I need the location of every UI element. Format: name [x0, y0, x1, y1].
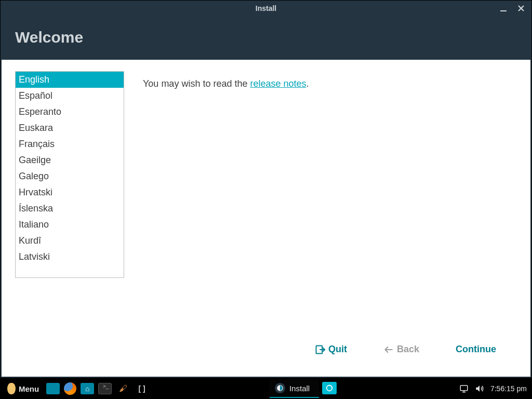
taskbar: Menu ⌂ >_ 🖌 [ ] Install 7:56:15 pm: [0, 378, 532, 399]
back-button[interactable]: Back: [383, 344, 419, 355]
language-item[interactable]: Gaeilge: [16, 152, 124, 168]
info-suffix: .: [307, 78, 309, 89]
back-arrow-icon: [383, 344, 394, 355]
menu-label: Menu: [19, 384, 39, 393]
language-item[interactable]: Español: [16, 88, 124, 104]
volume-icon[interactable]: [475, 384, 484, 393]
language-item[interactable]: Italiano: [16, 217, 124, 233]
info-text: You may wish to read the release notes.: [143, 71, 309, 334]
menu-logo-icon: [7, 383, 16, 394]
workspace-switcher-icon[interactable]: [ ]: [135, 381, 149, 396]
quit-icon: [315, 344, 325, 355]
titlebar[interactable]: Install: [1, 1, 531, 16]
language-item[interactable]: Hrvatski: [16, 184, 124, 201]
language-item[interactable]: Galego: [16, 168, 124, 184]
page-header: Welcome: [1, 16, 531, 60]
window-title: Install: [256, 4, 276, 12]
continue-button[interactable]: Continue: [456, 344, 496, 355]
window-controls: [497, 1, 527, 16]
language-item[interactable]: Latviski: [16, 249, 124, 265]
menu-button[interactable]: Menu: [3, 381, 43, 396]
button-row: Quit Back Continue: [15, 334, 517, 365]
file-manager-icon[interactable]: ⌂: [81, 383, 94, 394]
svg-rect-4: [460, 385, 468, 391]
terminal-icon[interactable]: >_: [98, 383, 112, 394]
close-button[interactable]: [515, 2, 527, 15]
brush-icon[interactable]: 🖌: [116, 381, 130, 396]
install-task-icon: [275, 383, 285, 393]
page-title: Welcome: [15, 29, 517, 46]
home-glyph-icon: ⌂: [85, 384, 89, 393]
language-item[interactable]: Français: [16, 136, 124, 152]
language-item[interactable]: Euskara: [16, 120, 124, 136]
language-item[interactable]: English: [16, 72, 124, 88]
language-item[interactable]: Esperanto: [16, 104, 124, 120]
release-notes-link[interactable]: release notes: [250, 78, 306, 89]
display-icon[interactable]: [459, 384, 469, 393]
firefox-icon[interactable]: [64, 382, 76, 395]
body-row: English Español Esperanto Euskara França…: [15, 71, 517, 334]
task-install[interactable]: Install: [270, 379, 319, 398]
task-install-label: Install: [289, 384, 310, 393]
clock[interactable]: 7:56:15 pm: [490, 384, 527, 393]
taskbar-right: 7:56:15 pm: [459, 384, 532, 393]
continue-label: Continue: [456, 344, 496, 355]
quit-button[interactable]: Quit: [315, 344, 347, 355]
installer-window: Install Welcome English Español Esperant…: [0, 0, 532, 378]
quit-label: Quit: [328, 344, 347, 355]
language-item[interactable]: Kurdî: [16, 233, 124, 249]
taskbar-left: Menu ⌂ >_ 🖌 [ ]: [0, 381, 150, 396]
minimize-button[interactable]: [497, 2, 510, 15]
taskbar-center: Install: [150, 378, 459, 399]
language-item[interactable]: Íslenska: [16, 201, 124, 217]
info-prefix: You may wish to read the: [143, 78, 250, 89]
content-area: English Español Esperanto Euskara França…: [2, 60, 530, 377]
language-list[interactable]: English Español Esperanto Euskara França…: [15, 71, 124, 278]
task-secondary[interactable]: [319, 379, 340, 398]
back-label: Back: [397, 344, 419, 355]
show-desktop-icon[interactable]: [46, 383, 60, 394]
svg-rect-0: [500, 10, 507, 11]
secondary-task-icon: [322, 382, 337, 394]
